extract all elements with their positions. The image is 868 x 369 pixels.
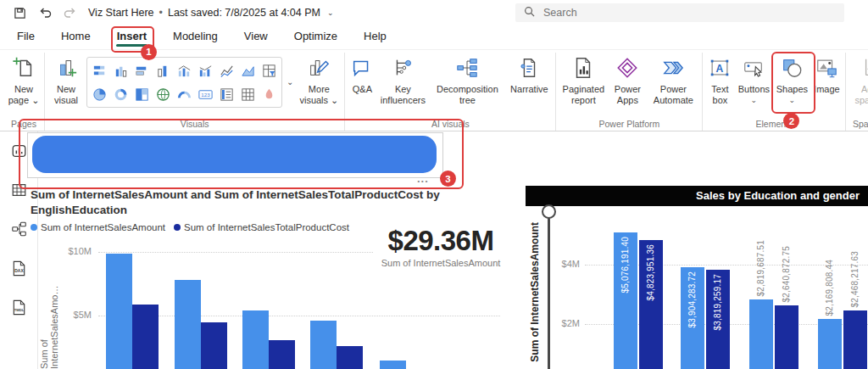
image-icon [815, 56, 838, 83]
gallery-chevron-down-icon[interactable]: ⌄ [284, 77, 296, 87]
ribbon-button-label: Paginated report [559, 84, 607, 106]
card-caption: Sum of InternetSalesAmount [373, 258, 509, 268]
sidebar-item-dax-query-view[interactable]: DAX [6, 259, 31, 281]
svg-text:DAX: DAX [14, 269, 24, 273]
stacked-column-chart-icon[interactable] [131, 59, 153, 82]
menu-tab-file[interactable]: File [15, 28, 36, 48]
legend-item-productcost[interactable]: Sum of InternetSalesTotalProductCost [174, 222, 349, 232]
buttons-icon [742, 56, 765, 83]
map-icon[interactable] [153, 82, 174, 106]
ribbon-button-decomposition-tree[interactable]: Decomposition tree [429, 54, 505, 108]
multi-row-card-icon[interactable] [216, 82, 237, 106]
pie-chart-icon[interactable] [89, 82, 110, 106]
ribbon-button-key-influencers[interactable]: Key influencers [376, 54, 429, 108]
ribbon-group-power-platform: Paginated reportPower AppsPower Automate… [556, 53, 703, 131]
redo-icon[interactable] [63, 5, 78, 20]
new-page-icon [12, 56, 36, 83]
clustered-column-chart-icon[interactable] [110, 59, 131, 82]
area-chart-icon[interactable] [237, 59, 259, 82]
right-chart-bar-dark-3[interactable] [775, 305, 798, 369]
paginated-report-icon [571, 56, 595, 83]
sidebar-item-model-view[interactable] [6, 220, 31, 242]
stacked-bar-chart-icon[interactable] [89, 59, 110, 82]
ribbon-button-label: Decomposition tree [430, 84, 504, 106]
treemap-icon[interactable] [131, 82, 153, 106]
ribbon-group-label: Power Platform [556, 119, 702, 129]
right-chart-title: Sales by Education and gender [526, 186, 868, 206]
sparkline-icon [861, 56, 868, 83]
ribbon-button-label: Key influencers [377, 84, 428, 106]
left-chart-bar-light-3[interactable] [242, 310, 269, 369]
left-chart-yaxis-title: Sum of InternetSalesAmo… [39, 261, 59, 369]
right-chart-yaxis-title: Sum of InternetSalesAmount [529, 222, 541, 362]
slider-handle[interactable] [542, 204, 556, 219]
save-icon[interactable] [12, 5, 27, 20]
undo-icon[interactable] [37, 5, 53, 20]
left-chart-bar-dark-2[interactable] [201, 322, 227, 369]
ribbon-button-buttons[interactable]: Buttons⌄ [734, 54, 773, 106]
left-chart-bar-dark-4[interactable] [337, 346, 363, 369]
legend-label-light: Sum of InternetSalesAmount [41, 222, 165, 232]
search-icon [524, 6, 535, 20]
annotation-badge-3: 3 [440, 171, 456, 187]
card-icon[interactable]: 123 [195, 82, 216, 106]
ribbon-button-text-box[interactable]: AText box [705, 54, 734, 108]
menu-tab-view[interactable]: View [242, 28, 270, 48]
ribbon-button-new-page[interactable]: New page ⌄ [6, 54, 42, 108]
visuals-gallery: 123 [86, 57, 282, 108]
search-box[interactable] [515, 3, 844, 22]
left-chart-bar-dark-1[interactable] [132, 305, 159, 369]
ribbon-button-new-visual[interactable]: New visual [47, 54, 85, 108]
right-chart-bar-light-4[interactable] [818, 319, 842, 369]
line-chart-icon[interactable] [216, 59, 237, 82]
donut-chart-icon[interactable] [110, 82, 131, 106]
left-chart-bar-dark-3[interactable] [269, 340, 295, 369]
ribbon-button-more-visuals[interactable]: More visuals ⌄ [296, 54, 342, 108]
more-visuals-icon [307, 56, 331, 83]
ribbon-button-q-a[interactable]: Q&A [348, 54, 376, 97]
legend-item-salesamount[interactable]: Sum of InternetSalesAmount [31, 222, 165, 232]
chevron-down-icon[interactable]: ⌄ [751, 97, 758, 104]
left-chart-bar-light-5[interactable] [380, 361, 406, 369]
right-chart-bar-light-3[interactable] [749, 299, 773, 369]
ribbon-button-power-apps[interactable]: Power Apps [608, 54, 647, 108]
card-value: $29.36M [373, 226, 509, 256]
title-bar: Viz Start Here • Last saved: 7/8/2025 at… [0, 0, 868, 25]
gauge-icon[interactable] [174, 82, 195, 106]
ribbon-button-narrative[interactable]: Narrative [505, 54, 553, 97]
slicer-icon[interactable] [259, 82, 280, 106]
ribbon-button-paginated-report[interactable]: Paginated report [559, 54, 608, 108]
matrix-icon[interactable] [237, 82, 259, 106]
ribbon-button-label: Q&A [353, 84, 372, 95]
card-visual[interactable]: $29.36M Sum of InternetSalesAmount [373, 226, 509, 282]
slider-track[interactable] [548, 214, 550, 369]
funnel-chart-icon[interactable] [259, 59, 280, 82]
search-input[interactable] [542, 6, 799, 20]
menu-tab-modeling[interactable]: Modeling [171, 28, 220, 48]
left-chart-bar-light-4[interactable] [310, 321, 337, 369]
title-chevron-icon[interactable]: ⌄ [327, 8, 334, 17]
tmdl-view-icon: TMDL [10, 299, 28, 320]
menu-tab-home[interactable]: Home [59, 28, 92, 48]
line-and-clustered-column-chart-icon[interactable] [195, 59, 216, 82]
left-chart-title: Sum of InternetSalesAmount and Sum of In… [31, 187, 502, 217]
ribbon-button-label: Image [814, 84, 840, 95]
ribbon-button-label: Buttons [738, 84, 770, 95]
new-visual-icon [54, 56, 78, 83]
menu-tab-help[interactable]: Help [362, 28, 388, 48]
ribbon-button-power-automate[interactable]: Power Automate [647, 54, 699, 108]
sidebar-item-tmdl-view[interactable]: TMDL [6, 298, 31, 320]
menu-tab-optimize[interactable]: Optimize [292, 28, 339, 48]
ribbon-button-image[interactable]: Image [810, 54, 843, 97]
column-chart-icon[interactable] [153, 59, 174, 82]
annotation-badge-1: 1 [141, 44, 157, 60]
left-chart-bar-light-1[interactable] [106, 254, 132, 369]
left-chart-bar-light-2[interactable] [175, 280, 201, 369]
ribbon-button-label: Power Automate [648, 84, 698, 106]
svg-text:123: 123 [201, 92, 210, 98]
ribbon-button-add-a-sparkline[interactable]: Add a sparkline [849, 54, 868, 108]
right-chart-bar-dark-4[interactable] [843, 310, 867, 369]
title-separator: • [159, 7, 163, 19]
line-and-stacked-column-chart-icon[interactable] [174, 59, 195, 82]
right-ytick-4m: $4M [556, 259, 580, 269]
